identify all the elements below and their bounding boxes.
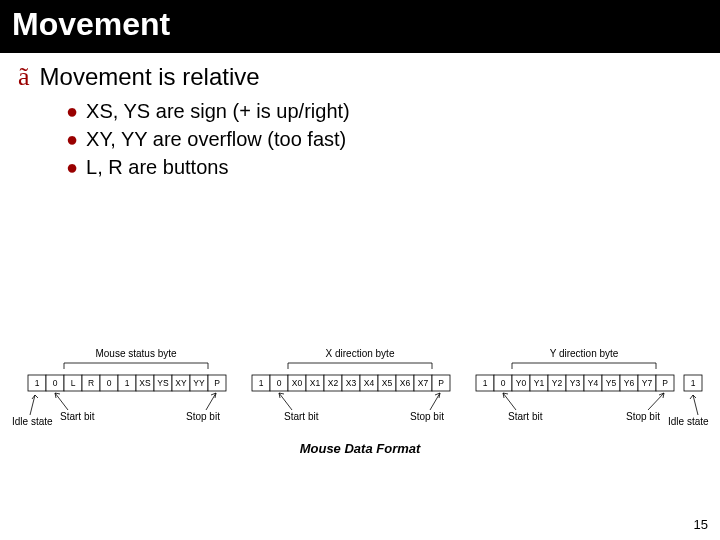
bullet-dot-icon: ● (66, 154, 78, 180)
group-label: X direction byte (326, 348, 395, 359)
start-bit-label: Start bit (284, 411, 319, 422)
svg-text:1: 1 (691, 378, 696, 388)
list-item: ● XS, YS are sign (+ is up/right) (66, 98, 702, 124)
main-bullet-text: Movement is relative (40, 61, 260, 92)
svg-text:X5: X5 (382, 378, 393, 388)
svg-text:X1: X1 (310, 378, 321, 388)
list-item: ● L, R are buttons (66, 154, 702, 180)
svg-text:XS: XS (139, 378, 151, 388)
byte-group-y: 1 0 Y0 Y1 Y2 Y3 Y4 Y5 Y6 Y7 P Y directio… (476, 348, 674, 391)
svg-text:X4: X4 (364, 378, 375, 388)
svg-text:Y2: Y2 (552, 378, 563, 388)
diagram-caption: Mouse Data Format (300, 441, 421, 456)
stop-bit-label: Stop bit (186, 411, 220, 422)
svg-text:X0: X0 (292, 378, 303, 388)
svg-text:X7: X7 (418, 378, 429, 388)
start-bit-label: Start bit (60, 411, 95, 422)
slide-title: Movement (0, 0, 720, 53)
sub-bullet-list: ● XS, YS are sign (+ is up/right) ● XY, … (66, 98, 702, 180)
svg-text:X6: X6 (400, 378, 411, 388)
bullet-dot-icon: ● (66, 98, 78, 124)
svg-text:Y4: Y4 (588, 378, 599, 388)
mouse-data-format-diagram: 1 0 L R 0 1 XS YS XY YY P Mouse status b… (0, 335, 720, 465)
svg-text:0: 0 (277, 378, 282, 388)
svg-text:Y1: Y1 (534, 378, 545, 388)
svg-text:Y0: Y0 (516, 378, 527, 388)
svg-text:1: 1 (125, 378, 130, 388)
start-bit-label: Start bit (508, 411, 543, 422)
group-label: Mouse status byte (95, 348, 177, 359)
idle-state-label: Idle state (12, 416, 53, 427)
stop-bit-label: Stop bit (410, 411, 444, 422)
svg-text:0: 0 (107, 378, 112, 388)
svg-text:1: 1 (259, 378, 264, 388)
svg-text:XY: XY (175, 378, 187, 388)
svg-text:0: 0 (501, 378, 506, 388)
group-label: Y direction byte (550, 348, 619, 359)
svg-text:P: P (438, 378, 444, 388)
svg-text:Y5: Y5 (606, 378, 617, 388)
svg-text:X2: X2 (328, 378, 339, 388)
byte-group-x: 1 0 X0 X1 X2 X3 X4 X5 X6 X7 P X directio… (252, 348, 450, 391)
svg-text:P: P (214, 378, 220, 388)
bullet-glyph: ã (18, 61, 30, 92)
svg-text:0: 0 (53, 378, 58, 388)
bullet-dot-icon: ● (66, 126, 78, 152)
svg-text:R: R (88, 378, 94, 388)
list-item-text: XY, YY are overflow (too fast) (86, 126, 346, 152)
idle-state-label: Idle state (668, 416, 709, 427)
byte-group-status: 1 0 L R 0 1 XS YS XY YY P Mouse status b… (28, 348, 226, 391)
page-number: 15 (694, 517, 708, 532)
svg-text:YY: YY (193, 378, 205, 388)
svg-text:L: L (71, 378, 76, 388)
svg-text:Y7: Y7 (642, 378, 653, 388)
svg-text:1: 1 (483, 378, 488, 388)
slide-content: ã Movement is relative ● XS, YS are sign… (0, 53, 720, 180)
svg-text:Y3: Y3 (570, 378, 581, 388)
list-item-text: XS, YS are sign (+ is up/right) (86, 98, 350, 124)
svg-text:X3: X3 (346, 378, 357, 388)
svg-text:Y6: Y6 (624, 378, 635, 388)
stop-bit-label: Stop bit (626, 411, 660, 422)
list-item-text: L, R are buttons (86, 154, 228, 180)
list-item: ● XY, YY are overflow (too fast) (66, 126, 702, 152)
svg-text:YS: YS (157, 378, 169, 388)
main-bullet: ã Movement is relative (18, 61, 702, 92)
svg-text:1: 1 (35, 378, 40, 388)
svg-text:P: P (662, 378, 668, 388)
